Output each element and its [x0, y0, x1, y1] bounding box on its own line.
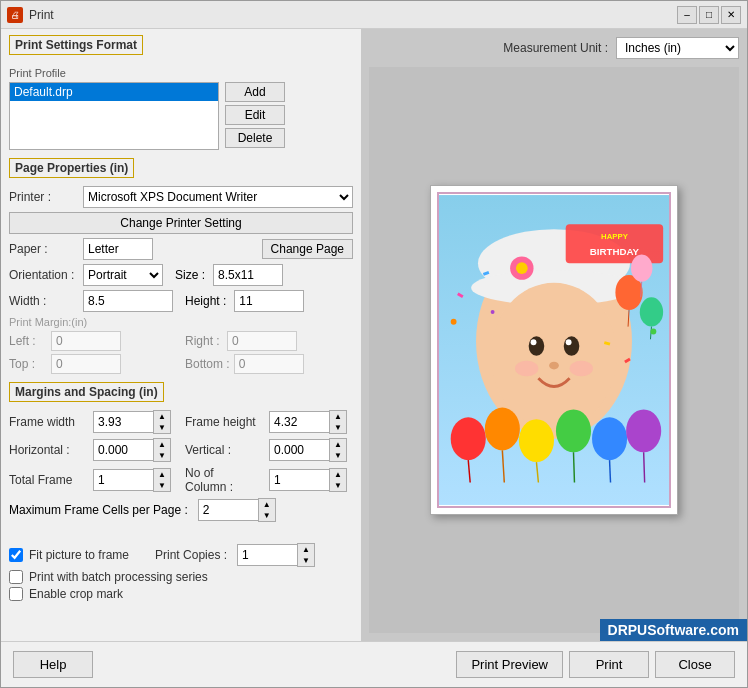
- horizontal-spinbtns: ▲ ▼: [153, 438, 171, 462]
- frame-height-spinbtns: ▲ ▼: [329, 410, 347, 434]
- svg-point-28: [626, 409, 661, 452]
- svg-point-20: [485, 408, 520, 451]
- svg-point-6: [516, 262, 528, 274]
- svg-point-32: [640, 297, 663, 326]
- preview-canvas: HAPPY BIRTHDAY: [439, 194, 669, 506]
- page-properties-section: Page Properties (in) Printer : Microsoft…: [9, 158, 353, 374]
- horizontal-label: Horizontal :: [9, 443, 89, 457]
- frame-height-spin: ▲ ▼: [269, 410, 347, 434]
- svg-point-11: [566, 339, 572, 345]
- page-props-label: Page Properties (in): [9, 158, 134, 178]
- print-copies-down[interactable]: ▼: [298, 555, 314, 566]
- crop-mark-checkbox[interactable]: [9, 587, 23, 601]
- drpu-footer: DRPUSoftware.com: [600, 619, 747, 641]
- orientation-label: Orientation :: [9, 268, 79, 282]
- print-preview-button[interactable]: Print Preview: [456, 651, 563, 678]
- margin-right-input: [227, 331, 297, 351]
- height-input[interactable]: [234, 290, 304, 312]
- left-panel: Print Settings Format Print Profile Defa…: [1, 29, 361, 641]
- svg-point-41: [650, 329, 656, 335]
- printer-select[interactable]: Microsoft XPS Document Writer: [83, 186, 353, 208]
- profile-buttons: Add Edit Delete: [225, 82, 285, 148]
- maximize-button[interactable]: □: [699, 6, 719, 24]
- print-copies-input[interactable]: [237, 544, 297, 566]
- change-page-button[interactable]: Change Page: [262, 239, 353, 259]
- margin-left-input: [51, 331, 121, 351]
- profile-list[interactable]: Default.drp: [9, 82, 219, 150]
- fit-picture-row: Fit picture to frame Print Copies : ▲ ▼: [9, 543, 353, 567]
- print-copies-up[interactable]: ▲: [298, 544, 314, 555]
- svg-text:BIRTHDAY: BIRTHDAY: [590, 246, 640, 257]
- measurement-select[interactable]: Inches (in) Centimeters (cm) Millimeters…: [616, 37, 739, 59]
- no-column-spin: ▲ ▼: [269, 468, 347, 492]
- frame-width-spinbtns: ▲ ▼: [153, 410, 171, 434]
- print-margin-label: Print Margin:(in): [9, 316, 353, 328]
- frame-height-up[interactable]: ▲: [330, 411, 346, 422]
- change-printer-button[interactable]: Change Printer Setting: [9, 212, 353, 234]
- margin-right-field: Right :: [185, 331, 353, 351]
- width-input[interactable]: [83, 290, 173, 312]
- svg-point-18: [451, 417, 486, 460]
- frame-width-row: Frame width ▲ ▼: [9, 410, 177, 434]
- batch-processing-checkbox[interactable]: [9, 570, 23, 584]
- svg-text:HAPPY: HAPPY: [601, 232, 629, 241]
- svg-line-25: [573, 452, 574, 482]
- frame-height-down[interactable]: ▼: [330, 422, 346, 433]
- vertical-up[interactable]: ▲: [330, 439, 346, 450]
- horizontal-down[interactable]: ▼: [154, 450, 170, 461]
- delete-button[interactable]: Delete: [225, 128, 285, 148]
- close-window-button[interactable]: ✕: [721, 6, 741, 24]
- no-column-label: No ofColumn :: [185, 466, 265, 494]
- main-window: 🖨 Print – □ ✕ Print Settings Format Prin…: [0, 0, 748, 688]
- app-icon: 🖨: [7, 7, 23, 23]
- max-frame-input[interactable]: [198, 499, 258, 521]
- paper-input[interactable]: Letter: [83, 238, 153, 260]
- fit-picture-checkbox[interactable]: [9, 548, 23, 562]
- minimize-button[interactable]: –: [677, 6, 697, 24]
- margin-bottom-label: Bottom :: [185, 357, 230, 371]
- size-input[interactable]: [213, 264, 283, 286]
- margin-top-input: [51, 354, 121, 374]
- no-column-up[interactable]: ▲: [330, 469, 346, 480]
- total-frame-input[interactable]: [93, 469, 153, 491]
- total-frame-up[interactable]: ▲: [154, 469, 170, 480]
- total-frame-row: Total Frame ▲ ▼: [9, 466, 177, 494]
- print-margin-section: Print Margin:(in) Left : Right : Top :: [9, 316, 353, 374]
- edit-button[interactable]: Edit: [225, 105, 285, 125]
- horizontal-input[interactable]: [93, 439, 153, 461]
- horizontal-row: Horizontal : ▲ ▼: [9, 438, 177, 462]
- frame-width-input[interactable]: [93, 411, 153, 433]
- frame-width-down[interactable]: ▼: [154, 422, 170, 433]
- vertical-input[interactable]: [269, 439, 329, 461]
- add-button[interactable]: Add: [225, 82, 285, 102]
- max-frame-label: Maximum Frame Cells per Page :: [9, 503, 188, 517]
- max-frame-spin: ▲ ▼: [198, 498, 276, 522]
- total-frame-label: Total Frame: [9, 473, 89, 487]
- svg-point-14: [570, 361, 593, 377]
- no-column-spinbtns: ▲ ▼: [329, 468, 347, 492]
- profile-row: Default.drp Add Edit Delete: [9, 82, 353, 150]
- max-frame-up[interactable]: ▲: [259, 499, 275, 510]
- orientation-select[interactable]: Portrait Landscape: [83, 264, 163, 286]
- total-frame-down[interactable]: ▼: [154, 480, 170, 491]
- svg-point-34: [631, 254, 652, 281]
- profile-item-default[interactable]: Default.drp: [10, 83, 218, 101]
- svg-point-13: [515, 361, 538, 377]
- bottom-right-buttons: Print Preview Print Close: [456, 651, 735, 678]
- bottom-bar: Help Print Preview Print Close: [1, 641, 747, 687]
- help-button[interactable]: Help: [13, 651, 93, 678]
- printer-label: Printer :: [9, 190, 79, 204]
- margin-left-label: Left :: [9, 334, 47, 348]
- close-button[interactable]: Close: [655, 651, 735, 678]
- print-button[interactable]: Print: [569, 651, 649, 678]
- print-profile-section: Print Profile Default.drp Add Edit Delet…: [9, 67, 353, 150]
- frame-width-up[interactable]: ▲: [154, 411, 170, 422]
- max-frame-down[interactable]: ▼: [259, 510, 275, 521]
- crop-mark-label: Enable crop mark: [29, 587, 123, 601]
- max-frame-spinbtns: ▲ ▼: [258, 498, 276, 522]
- no-column-down[interactable]: ▼: [330, 480, 346, 491]
- vertical-down[interactable]: ▼: [330, 450, 346, 461]
- horizontal-up[interactable]: ▲: [154, 439, 170, 450]
- frame-height-input[interactable]: [269, 411, 329, 433]
- no-column-input[interactable]: [269, 469, 329, 491]
